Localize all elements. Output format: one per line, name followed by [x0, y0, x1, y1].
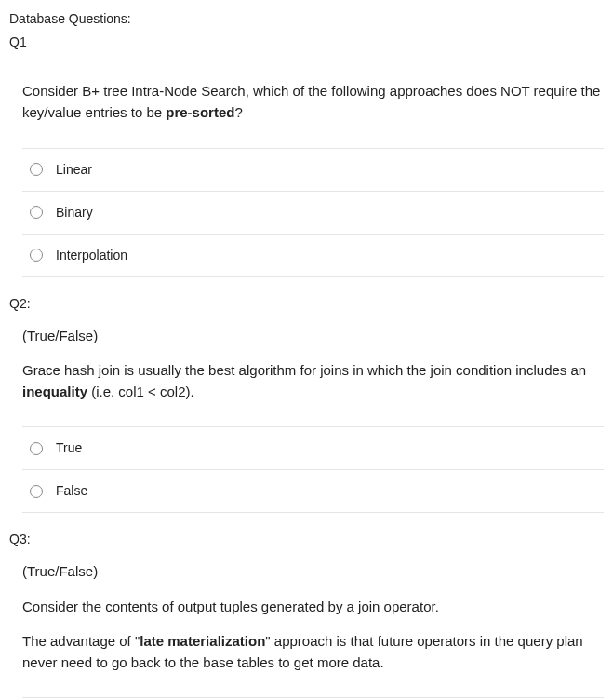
question-2: Q2: (True/False) Grace hash join is usua…	[9, 294, 604, 514]
option-label: Interpolation	[56, 246, 127, 265]
q1-option-binary[interactable]: Binary	[22, 192, 604, 235]
q3-p1: Consider the contents of output tuples g…	[22, 596, 604, 617]
option-label: True	[56, 438, 82, 458]
question-3: Q3: (True/False) Consider the contents o…	[9, 530, 604, 700]
q2-option-true[interactable]: True	[22, 427, 604, 470]
radio-icon	[30, 249, 43, 262]
option-label: Linear	[56, 160, 92, 180]
option-label: Binary	[56, 203, 93, 222]
q3-label: Q3:	[9, 530, 604, 549]
radio-icon	[30, 485, 43, 498]
radio-icon	[30, 206, 43, 219]
q1-option-linear[interactable]: Linear	[22, 149, 604, 192]
q1-label: Q1	[9, 33, 604, 52]
q2-label: Q2:	[9, 294, 604, 314]
q1-option-interpolation[interactable]: Interpolation	[22, 235, 604, 277]
page-title: Database Questions:	[9, 9, 604, 29]
question-1: Consider B+ tree Intra-Node Search, whic…	[9, 80, 604, 277]
radio-icon	[30, 163, 43, 176]
radio-icon	[30, 442, 43, 455]
q2-option-false[interactable]: False	[22, 470, 604, 513]
q2-tf: (True/False)	[22, 325, 604, 346]
q1-options: Linear Binary Interpolation	[22, 148, 604, 277]
q3-text: (True/False) Consider the contents of ou…	[22, 560, 604, 673]
q1-text: Consider B+ tree Intra-Node Search, whic…	[22, 80, 604, 124]
q2-options: True False	[22, 426, 604, 513]
q2-text: (True/False) Grace hash join is usually …	[22, 325, 604, 403]
option-label: False	[56, 481, 87, 501]
q3-tf: (True/False)	[22, 560, 604, 582]
